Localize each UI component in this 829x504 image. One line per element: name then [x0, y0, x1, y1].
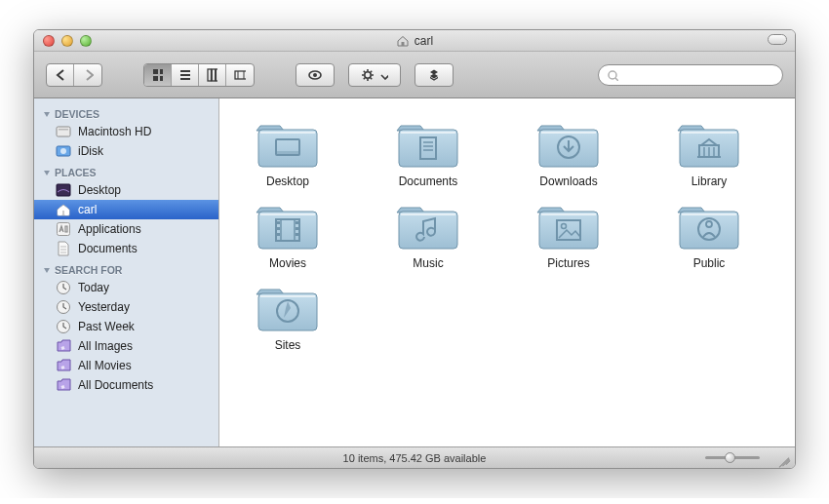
smart-icon	[56, 358, 71, 373]
folder-public[interactable]: Public	[651, 198, 768, 270]
coverflow-view-button[interactable]	[226, 64, 254, 86]
folder-music[interactable]: Music	[370, 198, 487, 270]
sidebar-item-all-documents[interactable]: All Documents	[34, 375, 218, 395]
folder-sites[interactable]: Sites	[229, 280, 346, 352]
folder-label: Desktop	[266, 174, 309, 188]
sidebar-item-today[interactable]: Today	[34, 278, 218, 297]
folder-label: Documents	[399, 174, 458, 188]
sidebar-section-label: PLACES	[55, 167, 97, 178]
sidebar-item-label: All Documents	[78, 378, 153, 392]
sidebar-item-applications[interactable]: Applications	[34, 219, 218, 239]
icon-view-button[interactable]	[144, 64, 172, 86]
folder-icon	[395, 116, 461, 171]
grid-icon	[152, 68, 163, 82]
idisk-icon	[56, 143, 71, 159]
home-icon	[396, 34, 410, 48]
column-view-button[interactable]	[199, 64, 226, 86]
folder-icon	[535, 116, 602, 171]
folder-icon	[535, 198, 602, 252]
zoom-button[interactable]	[80, 35, 92, 47]
doc-icon	[56, 241, 71, 256]
content-area[interactable]: DesktopDocumentsDownloadsLibraryMoviesMu…	[219, 98, 795, 446]
sidebar-item-label: All Movies	[78, 359, 132, 372]
close-button[interactable]	[43, 35, 55, 47]
back-icon	[55, 68, 65, 82]
desktop-icon	[56, 182, 71, 198]
status-bar: 10 items, 475.42 GB available	[34, 446, 795, 468]
forward-icon	[82, 68, 94, 82]
sidebar-item-documents[interactable]: Documents	[34, 239, 218, 258]
eye-icon	[308, 68, 322, 82]
sidebar-section-header[interactable]: DEVICES	[34, 102, 218, 122]
dropbox-icon	[427, 68, 441, 82]
folder-pictures[interactable]: Pictures	[510, 198, 627, 270]
folder-icon	[255, 116, 321, 171]
sidebar-section-header[interactable]: SEARCH FOR	[34, 258, 218, 278]
back-button[interactable]	[47, 64, 74, 86]
folder-desktop[interactable]: Desktop	[229, 116, 346, 188]
folder-icon	[676, 198, 742, 252]
disclosure-triangle-icon	[42, 266, 51, 275]
forward-button[interactable]	[74, 64, 101, 86]
smart-icon	[56, 377, 71, 393]
folder-label: Pictures	[547, 256, 589, 270]
toolbar	[34, 52, 795, 98]
disclosure-triangle-icon	[42, 169, 51, 177]
sidebar-item-yesterday[interactable]: Yesterday	[34, 297, 218, 317]
columns-icon	[207, 68, 217, 82]
clock-icon	[56, 299, 71, 315]
app-icon	[56, 221, 71, 237]
titlebar[interactable]: carl	[34, 30, 795, 52]
folder-label: Downloads	[539, 174, 597, 188]
quicklook-button[interactable]	[296, 63, 335, 87]
folder-library[interactable]: Library	[651, 116, 768, 188]
smart-icon	[56, 338, 71, 354]
sidebar-item-label: Applications	[78, 222, 141, 236]
disclosure-triangle-icon	[42, 110, 51, 119]
list-icon	[179, 68, 190, 82]
folder-label: Sites	[275, 338, 301, 352]
sidebar-item-label: Documents	[78, 242, 138, 255]
sidebar-item-idisk[interactable]: iDisk	[34, 141, 218, 161]
sidebar-item-past-week[interactable]: Past Week	[34, 317, 218, 336]
sidebar-item-label: carl	[78, 203, 97, 216]
sidebar-item-all-images[interactable]: All Images	[34, 336, 218, 356]
icon-size-slider[interactable]	[705, 456, 760, 459]
finder-window: carl DEVICESMacintosh HDiDiskPLACESDeskt…	[33, 29, 796, 469]
view-mode-segment	[143, 63, 255, 87]
coverflow-icon	[234, 68, 246, 82]
sidebar-item-label: Yesterday	[78, 300, 130, 314]
folder-icon	[395, 198, 461, 252]
resize-handle[interactable]	[777, 452, 791, 466]
folder-icon	[255, 198, 321, 252]
sidebar-item-label: Macintosh HD	[78, 125, 151, 138]
action-menu-button[interactable]	[348, 63, 401, 87]
folder-movies[interactable]: Movies	[229, 198, 346, 270]
sidebar-item-all-movies[interactable]: All Movies	[34, 356, 218, 375]
list-view-button[interactable]	[172, 64, 199, 86]
sidebar-section-label: SEARCH FOR	[55, 264, 122, 276]
sidebar-item-macintosh-hd[interactable]: Macintosh HD	[34, 122, 218, 141]
clock-icon	[56, 319, 71, 334]
chevron-down-icon	[378, 70, 388, 80]
sidebar-section-label: DEVICES	[55, 108, 99, 120]
folder-icon	[676, 116, 742, 171]
folder-downloads[interactable]: Downloads	[510, 116, 627, 188]
sidebar-item-label: Today	[78, 281, 109, 294]
search-input[interactable]	[622, 69, 774, 81]
dropbox-button[interactable]	[414, 63, 454, 87]
sidebar-item-label: iDisk	[78, 144, 103, 158]
sidebar-section-header[interactable]: PLACES	[34, 161, 218, 180]
minimize-button[interactable]	[61, 35, 73, 47]
sidebar-item-carl[interactable]: carl	[34, 200, 218, 219]
folder-documents[interactable]: Documents	[370, 116, 487, 188]
sidebar-item-desktop[interactable]: Desktop	[34, 180, 218, 200]
hd-icon	[56, 124, 71, 139]
toolbar-toggle-button[interactable]	[768, 34, 787, 45]
sidebar: DEVICESMacintosh HDiDiskPLACESDesktopcar…	[34, 98, 219, 446]
folder-icon	[255, 280, 321, 334]
nav-segment	[46, 63, 102, 87]
sidebar-item-label: Desktop	[78, 183, 121, 197]
search-icon	[607, 69, 618, 81]
search-field[interactable]	[598, 64, 783, 86]
